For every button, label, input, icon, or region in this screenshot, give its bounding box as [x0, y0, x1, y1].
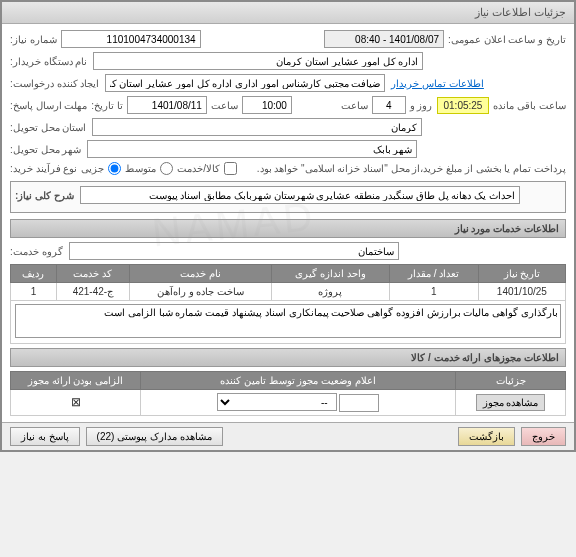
permit-status-select[interactable]: --: [217, 393, 337, 411]
need-no-label: شماره نیاز:: [10, 34, 57, 45]
view-permit-button[interactable]: مشاهده مجوز: [476, 394, 546, 411]
cell-name: ساخت جاده و راه‌آهن: [129, 283, 271, 301]
remain-label: ساعت باقی مانده: [493, 100, 566, 111]
permit-row: مشاهده مجوز -- ⊠: [11, 390, 566, 416]
calserv-check[interactable]: [224, 162, 237, 175]
th-unit: واحد اندازه گیری: [272, 265, 389, 283]
exit-button[interactable]: خروج: [521, 427, 566, 446]
ptype-radio-small[interactable]: [108, 162, 121, 175]
calserv-label: کالا/خدمت: [177, 163, 220, 174]
permits-header: اطلاعات مجوزهای ارائه خدمت / کالا: [10, 348, 566, 367]
deadline-date: [127, 96, 207, 114]
cell-date: 1401/10/25: [478, 283, 565, 301]
need-desc-label: شرح کلی نیاز:: [15, 190, 74, 201]
ptype-medium-label: متوسط: [125, 163, 156, 174]
requester-label: ایجاد کننده درخواست:: [10, 78, 99, 89]
cell-code: ج-42-421: [56, 283, 129, 301]
hour2-label: ساعت: [341, 100, 368, 111]
th-date: تاریخ نیاز: [478, 265, 565, 283]
pth-details: جزئیات: [456, 372, 566, 390]
answer-button[interactable]: پاسخ به نیاز: [10, 427, 80, 446]
attachments-button[interactable]: مشاهده مدارک پیوستی (22): [86, 427, 223, 446]
hour-label: ساعت: [211, 100, 238, 111]
timer-value: 01:05:25: [437, 97, 490, 114]
th-name: نام خدمت: [129, 265, 271, 283]
cell-unit: پروژه: [272, 283, 389, 301]
city-input: [87, 140, 417, 158]
need-no-input: [61, 30, 201, 48]
contact-link[interactable]: اطلاعات تماس خریدار: [391, 78, 484, 89]
cell-row: 1: [11, 283, 57, 301]
permit-code-input[interactable]: [339, 394, 379, 412]
services-header: اطلاعات خدمات مورد نیاز: [10, 219, 566, 238]
province-label: استان محل تحویل:: [10, 122, 86, 133]
need-desc-input: [80, 186, 520, 204]
required-cross-icon: ⊠: [71, 395, 81, 409]
service-group-input: [69, 242, 399, 260]
ptype-small-label: جزیی: [81, 163, 104, 174]
days-input: [372, 96, 406, 114]
deadline-hour: [242, 96, 292, 114]
requester-input: [105, 74, 385, 92]
table-row[interactable]: 1401/10/25 1 پروژه ساخت جاده و راه‌آهن ج…: [11, 283, 566, 301]
th-qty: تعداد / مقدار: [389, 265, 478, 283]
todate-label: تا تاریخ:: [91, 100, 123, 111]
org-label: نام دستگاه خریدار:: [10, 56, 87, 67]
service-group-label: گروه خدمت:: [10, 246, 63, 257]
note-textarea: بارگذاری گواهی مالیات برارزش افزوده گواه…: [15, 304, 561, 338]
province-input: [92, 118, 422, 136]
pubdate-value: [324, 30, 444, 48]
ptype-radio-medium[interactable]: [160, 162, 173, 175]
permits-table: جزئیات اعلام وضعیت مجوز توسط تامین کننده…: [10, 371, 566, 416]
pth-required: الزامی بودن ارائه مجوز: [11, 372, 141, 390]
ptype-note: پرداخت تمام یا بخشی از مبلغ خرید،از محل …: [241, 163, 566, 174]
th-code: کد خدمت: [56, 265, 129, 283]
pth-status: اعلام وضعیت مجوز توسط تامین کننده: [141, 372, 456, 390]
city-label: شهر محل تحویل:: [10, 144, 81, 155]
th-row: ردیف: [11, 265, 57, 283]
deadline-label: مهلت ارسال پاسخ:: [10, 100, 87, 111]
ptype-label: نوع فرآیند خرید:: [10, 163, 77, 174]
window-title: جزئیات اطلاعات نیاز: [2, 2, 574, 24]
org-input: [93, 52, 423, 70]
cell-qty: 1: [389, 283, 478, 301]
days-label: روز و: [410, 100, 433, 111]
pubdate-label: تاریخ و ساعت اعلان عمومی:: [448, 34, 566, 45]
back-button[interactable]: بازگشت: [458, 427, 515, 446]
services-table: تاریخ نیاز تعداد / مقدار واحد اندازه گیر…: [10, 264, 566, 344]
